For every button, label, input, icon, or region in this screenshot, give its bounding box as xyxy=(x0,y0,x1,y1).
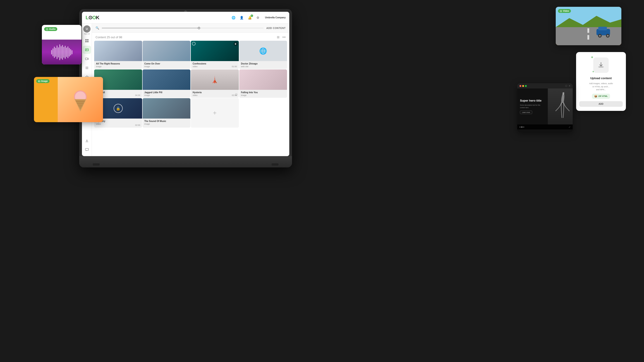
zip-html-icon: 📦 xyxy=(594,95,597,98)
app-header: L⊙OK 🌐 👤 🔔 5 ⚙ Umbrella Company xyxy=(82,12,289,23)
thumb-confessions: 🗑 xyxy=(191,41,239,61)
signout-label: Sign out xyxy=(84,33,90,35)
item-title-come-on-over: Come On Over xyxy=(144,62,189,65)
sidebar-item-download[interactable] xyxy=(83,137,91,145)
thumb-falling-into-you xyxy=(239,69,287,90)
close-dot[interactable] xyxy=(520,85,521,87)
content-grid: All The Right Reasons image Come On Over… xyxy=(92,41,289,131)
svg-rect-23 xyxy=(588,28,589,33)
globe-header-icon[interactable]: 🌐 xyxy=(231,15,236,20)
grid-item-confessions[interactable]: 🗑 Confessions video 01:00 xyxy=(191,41,239,69)
grid-item-falling-into-you[interactable]: Falling Into You image xyxy=(239,69,287,98)
svg-rect-26 xyxy=(598,27,607,30)
content-area: 🔍 ADD CONTENT Content 25 out of 98 xyxy=(92,23,289,156)
sidebar-top: U Sign out xyxy=(82,26,92,81)
user-header-icon[interactable]: 👤 xyxy=(239,15,244,20)
add-plus-icon: + xyxy=(213,109,217,116)
laptop-shell: L⊙OK 🌐 👤 🔔 5 ⚙ Umbrella Company xyxy=(79,9,292,167)
thumb-hysteria: 🗼 xyxy=(191,69,239,90)
search-slider[interactable] xyxy=(102,28,264,28)
item-type-confessions: video xyxy=(193,65,237,68)
notification-badge: 5 xyxy=(250,14,253,17)
share-icon[interactable]: ⬡ xyxy=(565,85,567,87)
sidebar-item-video[interactable] xyxy=(83,55,91,63)
thumb-all-right-reasons xyxy=(94,41,142,61)
expand-dot[interactable] xyxy=(525,85,527,87)
sidebar-item-images[interactable] xyxy=(83,46,91,54)
item-type-all-right: image xyxy=(96,65,140,68)
more-icon[interactable]: ••• xyxy=(282,35,286,39)
superhero-card: ⬡ ✕ Super hero title Some descriptive te… xyxy=(517,83,573,132)
delete-icon-confessions[interactable]: 🗑 xyxy=(234,42,238,46)
grid-header: Content 25 out of 98 ⊞ ••• xyxy=(92,32,289,41)
laptop-foot-left xyxy=(93,163,100,166)
svg-rect-24 xyxy=(588,35,589,39)
image-badge: Image xyxy=(36,79,50,83)
laptop-base xyxy=(79,156,292,167)
upload-content-card: + + Upload content Add images, videos, a… xyxy=(576,52,626,111)
floating-video-card: Video xyxy=(556,7,621,45)
thumb-sound-of-music xyxy=(142,98,190,119)
add-content-button[interactable]: ADD CONTENT xyxy=(266,27,286,29)
sidebar-item-chat[interactable] xyxy=(83,146,91,154)
grid-item-hysteria[interactable]: 🗼 Hysteria video 02:49 ⓘ xyxy=(191,69,239,98)
grid-item-all-right-reasons[interactable]: All The Right Reasons image xyxy=(94,41,142,69)
select-circle-confessions[interactable] xyxy=(192,42,196,45)
floating-image-card: Image xyxy=(34,77,103,122)
grid-item-doctor-zhivago[interactable]: 🌐 Doctor Zhivago web site xyxy=(239,41,287,69)
video-badge: Video xyxy=(558,9,571,13)
item-duration-gave-all: 04:30 xyxy=(135,94,140,96)
superhero-image xyxy=(548,88,573,124)
dot-1 xyxy=(520,126,521,128)
sidebar-item-grid[interactable] xyxy=(83,37,91,45)
audio-waveform xyxy=(42,39,82,64)
item-duration-confessions: 01:00 xyxy=(232,65,237,68)
progress-dots xyxy=(520,126,524,128)
learn-more-button[interactable]: Learn more xyxy=(520,111,532,114)
info-icon-hysteria[interactable]: ⓘ xyxy=(235,93,238,96)
sidebar-bottom xyxy=(82,137,92,156)
item-title-jagged: Jagged Little Pill xyxy=(144,91,189,94)
item-title-hysteria: Hysteria xyxy=(193,91,237,94)
item-type-come-on-over: image xyxy=(144,65,189,68)
floating-audio-card: Audio xyxy=(42,25,82,64)
header-icons: 🌐 👤 🔔 5 ⚙ Umbrella Company xyxy=(231,15,286,20)
expand-icon-bottom[interactable]: ⤢ xyxy=(568,126,570,128)
notification-icon[interactable]: 🔔 5 xyxy=(248,15,252,20)
upload-icon-bg xyxy=(593,57,609,73)
svg-rect-1 xyxy=(87,39,88,40)
content-count: Content 25 out of 98 xyxy=(96,35,122,39)
app-body: U Sign out xyxy=(82,23,289,156)
topbar-icons: ⬡ ✕ xyxy=(565,85,570,87)
item-type-sound-of-music: image xyxy=(144,123,189,125)
lock-icon: 🔒 xyxy=(114,104,123,113)
user-avatar[interactable]: U xyxy=(83,25,90,32)
zip-html-badge: 📦 ZIP HTML xyxy=(592,94,610,99)
item-title-doctor-zhivago: Doctor Zhivago xyxy=(241,62,286,65)
grid-item-jagged-little-pill[interactable]: Jagged Little Pill image xyxy=(142,69,190,98)
company-name: Umbrella Company xyxy=(265,16,286,19)
settings-header-icon[interactable]: ⚙ xyxy=(256,15,260,20)
item-type-tapestry: video xyxy=(96,123,140,125)
thumb-doctor-zhivago: 🌐 xyxy=(239,41,287,61)
upload-plus-bl: + xyxy=(592,70,594,73)
grid-item-come-on-over[interactable]: Come On Over image xyxy=(142,41,190,69)
thumb-jagged-little-pill xyxy=(142,69,190,90)
item-title-all-right: All The Right Reasons xyxy=(96,62,140,65)
globe-thumb-icon: 🌐 xyxy=(259,47,267,55)
search-bar: 🔍 ADD CONTENT xyxy=(92,23,289,32)
image-visual xyxy=(58,77,103,122)
sidebar-item-list[interactable] xyxy=(83,64,91,72)
sidebar-item-signout[interactable]: U Sign out xyxy=(83,26,91,34)
superhero-title: Super hero title xyxy=(520,99,545,102)
item-title-sound-of-music: The Sound Of Music xyxy=(144,120,189,122)
minimize-dot[interactable] xyxy=(522,85,524,87)
grid-item-sound-of-music[interactable]: The Sound Of Music image xyxy=(142,98,190,128)
grid-item-add-new[interactable]: + xyxy=(191,98,239,128)
filter-icon[interactable]: ⊞ xyxy=(277,35,280,39)
close-icon[interactable]: ✕ xyxy=(568,85,570,87)
upload-add-button[interactable]: ADD xyxy=(579,101,623,107)
upload-plus-tl: + xyxy=(591,55,593,59)
svg-point-28 xyxy=(599,35,601,37)
item-type-doctor-zhivago: web site xyxy=(241,65,286,68)
